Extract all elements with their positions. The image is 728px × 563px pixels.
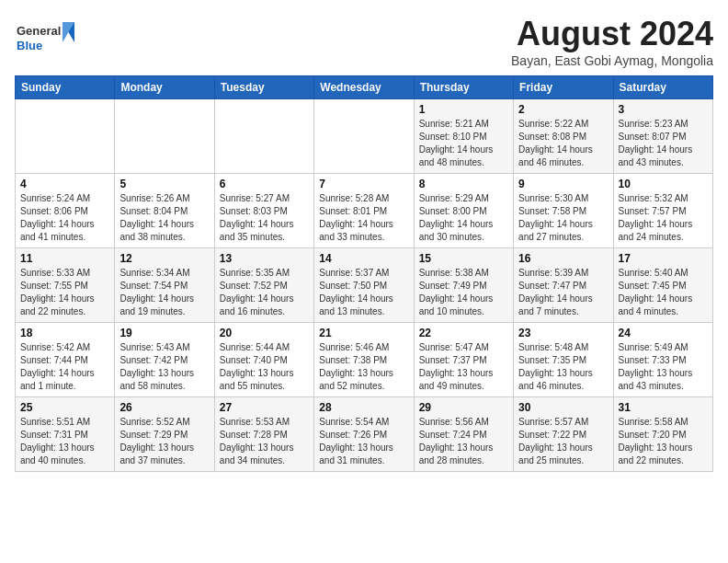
day-number: 24: [619, 327, 708, 339]
day-number: 21: [319, 327, 408, 339]
day-number: 10: [619, 178, 708, 190]
day-cell: 26Sunrise: 5:52 AMSunset: 7:29 PMDayligh…: [115, 397, 214, 472]
day-cell: 16Sunrise: 5:39 AMSunset: 7:47 PMDayligh…: [514, 248, 613, 323]
day-header-tuesday: Tuesday: [214, 76, 313, 99]
day-number: 29: [419, 401, 508, 414]
day-info: Sunrise: 5:27 AMSunset: 8:03 PMDaylight:…: [220, 192, 309, 244]
day-info: Sunrise: 5:29 AMSunset: 8:00 PMDaylight:…: [419, 192, 508, 244]
day-number: 25: [20, 401, 109, 414]
day-cell: [214, 99, 313, 174]
day-cell: [16, 99, 115, 174]
day-header-thursday: Thursday: [414, 76, 513, 99]
day-number: 2: [518, 103, 608, 116]
day-info: Sunrise: 5:34 AMSunset: 7:54 PMDaylight:…: [119, 267, 209, 318]
day-info: Sunrise: 5:39 AMSunset: 7:47 PMDaylight:…: [518, 267, 608, 318]
day-number: 11: [20, 252, 109, 265]
day-info: Sunrise: 5:37 AMSunset: 7:50 PMDaylight:…: [319, 267, 408, 318]
day-number: 7: [319, 178, 408, 190]
day-number: 27: [220, 401, 309, 414]
svg-text:General: General: [17, 24, 61, 38]
day-info: Sunrise: 5:33 AMSunset: 7:55 PMDaylight:…: [20, 267, 109, 318]
month-year-title: August 2024: [511, 15, 713, 53]
day-number: 6: [220, 178, 309, 190]
day-header-saturday: Saturday: [613, 76, 712, 99]
day-cell: 11Sunrise: 5:33 AMSunset: 7:55 PMDayligh…: [16, 248, 115, 323]
day-cell: 8Sunrise: 5:29 AMSunset: 8:00 PMDaylight…: [414, 174, 513, 248]
day-cell: 14Sunrise: 5:37 AMSunset: 7:50 PMDayligh…: [314, 248, 414, 323]
day-cell: 29Sunrise: 5:56 AMSunset: 7:24 PMDayligh…: [414, 397, 513, 472]
day-number: 16: [518, 252, 608, 265]
day-cell: 6Sunrise: 5:27 AMSunset: 8:03 PMDaylight…: [214, 174, 313, 248]
day-cell: [314, 99, 414, 174]
day-cell: 9Sunrise: 5:30 AMSunset: 7:58 PMDaylight…: [514, 174, 613, 248]
day-info: Sunrise: 5:32 AMSunset: 7:57 PMDaylight:…: [619, 192, 708, 244]
day-info: Sunrise: 5:24 AMSunset: 8:06 PMDaylight:…: [20, 192, 109, 244]
day-info: Sunrise: 5:38 AMSunset: 7:49 PMDaylight:…: [419, 267, 508, 318]
day-number: 23: [518, 327, 608, 339]
day-number: 30: [518, 401, 608, 414]
day-cell: 15Sunrise: 5:38 AMSunset: 7:49 PMDayligh…: [414, 248, 513, 323]
day-cell: 23Sunrise: 5:48 AMSunset: 7:35 PMDayligh…: [514, 323, 613, 397]
day-cell: 1Sunrise: 5:21 AMSunset: 8:10 PMDaylight…: [414, 99, 513, 174]
day-cell: 3Sunrise: 5:23 AMSunset: 8:07 PMDaylight…: [613, 99, 712, 174]
day-number: 5: [119, 178, 209, 190]
day-header-friday: Friday: [514, 76, 613, 99]
day-info: Sunrise: 5:48 AMSunset: 7:35 PMDaylight:…: [518, 341, 608, 393]
day-info: Sunrise: 5:42 AMSunset: 7:44 PMDaylight:…: [20, 341, 109, 393]
svg-text:Blue: Blue: [17, 39, 42, 52]
day-header-sunday: Sunday: [16, 76, 115, 99]
day-info: Sunrise: 5:21 AMSunset: 8:10 PMDaylight:…: [419, 118, 508, 169]
day-number: 15: [419, 252, 508, 265]
day-info: Sunrise: 5:58 AMSunset: 7:20 PMDaylight:…: [619, 416, 708, 467]
day-info: Sunrise: 5:46 AMSunset: 7:38 PMDaylight:…: [319, 341, 408, 393]
day-number: 4: [20, 178, 109, 190]
day-number: 19: [119, 327, 209, 339]
days-header-row: SundayMondayTuesdayWednesdayThursdayFrid…: [16, 76, 713, 99]
day-cell: 18Sunrise: 5:42 AMSunset: 7:44 PMDayligh…: [16, 323, 115, 397]
day-info: Sunrise: 5:28 AMSunset: 8:01 PMDaylight:…: [319, 192, 408, 244]
day-info: Sunrise: 5:51 AMSunset: 7:31 PMDaylight:…: [20, 416, 109, 467]
day-info: Sunrise: 5:35 AMSunset: 7:52 PMDaylight:…: [220, 267, 309, 318]
logo: General Blue: [15, 15, 79, 61]
day-cell: 21Sunrise: 5:46 AMSunset: 7:38 PMDayligh…: [314, 323, 414, 397]
day-info: Sunrise: 5:43 AMSunset: 7:42 PMDaylight:…: [119, 341, 209, 393]
day-info: Sunrise: 5:57 AMSunset: 7:22 PMDaylight:…: [518, 416, 608, 467]
day-number: 12: [119, 252, 209, 265]
location-subtitle: Bayan, East Gobi Aymag, Mongolia: [511, 53, 713, 68]
day-cell: 25Sunrise: 5:51 AMSunset: 7:31 PMDayligh…: [16, 397, 115, 472]
day-cell: 30Sunrise: 5:57 AMSunset: 7:22 PMDayligh…: [514, 397, 613, 472]
day-cell: 13Sunrise: 5:35 AMSunset: 7:52 PMDayligh…: [214, 248, 313, 323]
day-info: Sunrise: 5:54 AMSunset: 7:26 PMDaylight:…: [319, 416, 408, 467]
day-cell: 27Sunrise: 5:53 AMSunset: 7:28 PMDayligh…: [214, 397, 313, 472]
day-header-monday: Monday: [115, 76, 214, 99]
day-cell: 28Sunrise: 5:54 AMSunset: 7:26 PMDayligh…: [314, 397, 414, 472]
header: General Blue August 2024 Bayan, East Gob…: [15, 15, 713, 68]
day-cell: 12Sunrise: 5:34 AMSunset: 7:54 PMDayligh…: [115, 248, 214, 323]
day-cell: 19Sunrise: 5:43 AMSunset: 7:42 PMDayligh…: [115, 323, 214, 397]
day-number: 22: [419, 327, 508, 339]
week-row-2: 4Sunrise: 5:24 AMSunset: 8:06 PMDaylight…: [16, 174, 713, 248]
day-cell: [115, 99, 214, 174]
day-number: 3: [619, 103, 708, 116]
logo-svg: General Blue: [15, 15, 79, 61]
day-number: 26: [119, 401, 209, 414]
day-number: 20: [220, 327, 309, 339]
day-info: Sunrise: 5:40 AMSunset: 7:45 PMDaylight:…: [619, 267, 708, 318]
day-number: 9: [518, 178, 608, 190]
week-row-5: 25Sunrise: 5:51 AMSunset: 7:31 PMDayligh…: [16, 397, 713, 472]
day-info: Sunrise: 5:26 AMSunset: 8:04 PMDaylight:…: [119, 192, 209, 244]
day-info: Sunrise: 5:56 AMSunset: 7:24 PMDaylight:…: [419, 416, 508, 467]
day-header-wednesday: Wednesday: [314, 76, 414, 99]
day-cell: 5Sunrise: 5:26 AMSunset: 8:04 PMDaylight…: [115, 174, 214, 248]
day-info: Sunrise: 5:23 AMSunset: 8:07 PMDaylight:…: [619, 118, 708, 169]
day-cell: 2Sunrise: 5:22 AMSunset: 8:08 PMDaylight…: [514, 99, 613, 174]
day-info: Sunrise: 5:44 AMSunset: 7:40 PMDaylight:…: [220, 341, 309, 393]
day-cell: 31Sunrise: 5:58 AMSunset: 7:20 PMDayligh…: [613, 397, 712, 472]
day-number: 17: [619, 252, 708, 265]
calendar-title: August 2024 Bayan, East Gobi Aymag, Mong…: [511, 15, 713, 68]
day-cell: 4Sunrise: 5:24 AMSunset: 8:06 PMDaylight…: [16, 174, 115, 248]
day-info: Sunrise: 5:52 AMSunset: 7:29 PMDaylight:…: [119, 416, 209, 467]
day-number: 14: [319, 252, 408, 265]
day-cell: 20Sunrise: 5:44 AMSunset: 7:40 PMDayligh…: [214, 323, 313, 397]
day-cell: 10Sunrise: 5:32 AMSunset: 7:57 PMDayligh…: [613, 174, 712, 248]
